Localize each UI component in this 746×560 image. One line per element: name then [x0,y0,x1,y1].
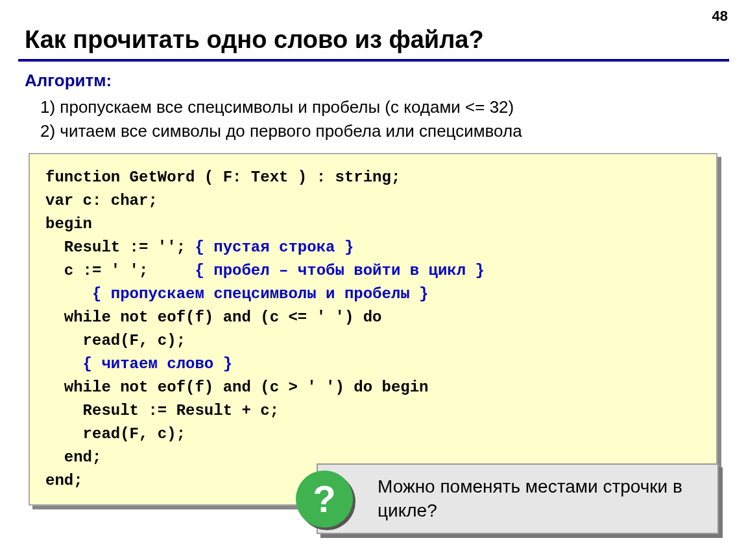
code-line: end; [45,472,83,489]
code-comment: { пробел – чтобы войти в цикл } [195,262,484,279]
algorithm-step-1: 1) пропускаем все спецсимволы и пробелы … [0,93,746,117]
code-line: Result := Result + c; [45,402,279,419]
code-line: read(F, c); [45,425,186,443]
code-comment: { пустая строка } [195,239,354,256]
code-line: Result := ''; [45,239,195,256]
code-line: read(F, c); [45,332,186,349]
slide-title: Как прочитать одно слово из файла? [0,0,746,59]
code-line: function GetWord ( F: Text ) : string; [45,169,400,186]
page-number: 48 [712,8,728,25]
code-comment: { читаем слово } [45,355,232,373]
code-line: while not eof(f) and (c > ' ') do begin [45,379,429,396]
code-line: end; [45,449,101,466]
code-line: begin [45,215,92,233]
code-line: while not eof(f) and (c <= ' ') do [45,309,381,326]
question-mark-icon: ? [296,471,353,528]
algorithm-step-2: 2) читаем все символы до первого пробела… [0,117,746,141]
callout-text: Можно поменять местами строчки в цикле? [378,476,682,520]
code-line: c := ' '; [45,262,195,279]
algorithm-heading: Алгоритм: [0,62,746,93]
code-block: function GetWord ( F: Text ) : string; v… [29,153,717,506]
code-line: var c: char; [45,192,158,209]
question-callout: ? Можно поменять местами строчки в цикле… [317,463,719,534]
code-comment: { пропускаем спецсимволы и пробелы } [45,285,429,303]
